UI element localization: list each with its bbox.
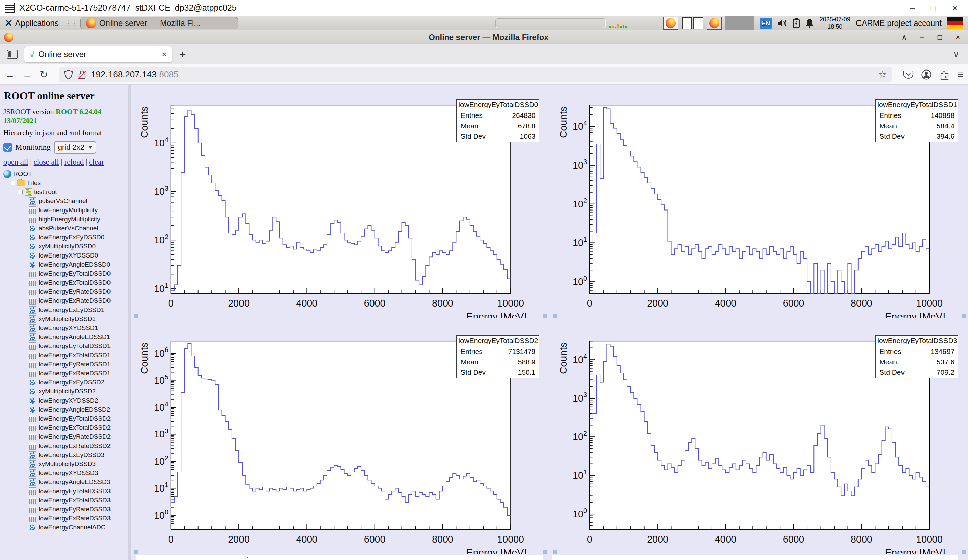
firefox-launcher[interactable] [663, 17, 678, 30]
maximize-icon[interactable]: □ [938, 33, 942, 41]
tree-item-histogram[interactable]: lowEnergyEyRateDSSD0 [24, 287, 128, 296]
tree-item-histogram[interactable]: lowEnergyExEyDSSD0 [24, 233, 128, 242]
tree-item-histogram[interactable]: lowEnergyExTotalDSSD1 [24, 351, 128, 360]
applications-menu-button[interactable]: ✕ Applications [2, 16, 61, 30]
tree-item-histogram[interactable]: lowEnergyEyTotalDSSD2 [24, 414, 128, 423]
resize-handle[interactable] [134, 313, 138, 318]
tree-item-histogram[interactable]: lowEnergyExEyDSSD1 [24, 305, 128, 314]
tree-item-histogram[interactable]: lowEnergyMultiplicity [24, 205, 128, 215]
clear-link[interactable]: clear [89, 158, 104, 166]
tree-node-test-root[interactable]: test.root [3, 187, 128, 196]
tree-item-histogram[interactable]: highEnergyMultiplicity [24, 215, 128, 224]
stats-box[interactable]: lowEnergyEyTotalDSSD1 Entries140898 Mean… [875, 99, 958, 142]
tree-item-histogram[interactable]: absPulserVsChannel [24, 224, 128, 233]
jsroot-link[interactable]: JSROOT [3, 108, 30, 116]
tree-node-files[interactable]: Files [3, 178, 128, 187]
resize-handle[interactable] [961, 550, 966, 554]
tree-item-histogram[interactable]: lowEnergyExTotalDSSD0 [24, 278, 128, 287]
shade-icon[interactable]: ∧ [901, 33, 907, 41]
tree-item-histogram[interactable]: lowEnergyExTotalDSSD2 [24, 423, 128, 432]
list-all-tabs-icon[interactable]: ∨ [953, 49, 965, 60]
collapse-icon[interactable] [11, 181, 15, 185]
tree-item-histogram[interactable]: lowEnergyXYDSSD1 [24, 323, 128, 332]
tree-item-histogram[interactable]: xyMultiplicityDSSD0 [24, 242, 128, 251]
url-bar[interactable]: 192.168.207.143:8085 ☆ [59, 67, 892, 82]
tree-item-histogram[interactable]: lowEnergyExTotalDSSD3 [24, 495, 128, 505]
close-icon[interactable]: × [952, 4, 957, 12]
firefox-view-icon[interactable] [7, 50, 18, 59]
resize-handle[interactable] [543, 313, 547, 318]
open-all-link[interactable]: open all [3, 158, 28, 166]
tree-node-root[interactable]: ROOT [3, 169, 128, 178]
tree-item-histogram[interactable]: lowEnergyXYDSSD3 [24, 468, 128, 477]
tree-item-histogram[interactable]: xyMultiplicityDSSD1 [24, 314, 128, 323]
reload-link[interactable]: reload [65, 158, 84, 166]
taskbar-clock[interactable]: 2025-07-09 18:50 [820, 16, 850, 30]
monitoring-checkbox[interactable] [3, 143, 12, 152]
menu-icon[interactable]: ≡ [957, 70, 963, 80]
keyboard-layout-icon[interactable]: EN [760, 18, 772, 28]
speaker-icon[interactable] [777, 18, 787, 28]
tab-online-server[interactable]: √ Online server × [24, 46, 172, 63]
sidebar-divider[interactable] [128, 84, 131, 560]
close-all-link[interactable]: close all [33, 158, 59, 166]
reload-button[interactable]: ↻ [40, 70, 48, 80]
tree-item-histogram[interactable]: lowEnergyEyRateDSSD1 [24, 360, 128, 369]
resize-handle[interactable] [961, 313, 966, 318]
resize-handle[interactable] [552, 313, 557, 318]
tree-item-histogram[interactable]: lowEnergyExRateDSSD0 [24, 296, 128, 305]
workspace-switcher[interactable] [682, 17, 703, 29]
tree-item-histogram[interactable]: pulserVsChannel [24, 196, 128, 205]
tree-item-histogram[interactable]: xyMultiplicityDSSD3 [24, 459, 128, 468]
close-icon[interactable]: × [956, 33, 960, 41]
json-link[interactable]: json [42, 128, 55, 137]
tree-item-histogram[interactable]: lowEnergyAngleEDSSD0 [24, 260, 128, 269]
battery-icon[interactable] [793, 18, 800, 28]
collapse-icon[interactable] [18, 190, 23, 194]
tree-item-histogram[interactable]: lowEnergyXYDSSD0 [24, 251, 128, 260]
tree-item-histogram[interactable]: xyMultiplicityDSSD2 [24, 387, 128, 396]
tree-item-histogram[interactable]: lowEnergyXYDSSD2 [24, 396, 128, 405]
tree-item-histogram[interactable]: lowEnergyExRateDSSD3 [24, 514, 128, 523]
tree-item-histogram[interactable]: lowEnergyChannelADC [24, 523, 128, 532]
resize-handle[interactable] [543, 550, 547, 554]
back-button[interactable]: ← [5, 70, 15, 80]
pocket-icon[interactable] [903, 70, 913, 80]
tree-item-histogram[interactable]: lowEnergyAngleEDSSD2 [24, 405, 128, 414]
extensions-puzzle-icon[interactable] [939, 69, 950, 80]
tree-item-histogram[interactable]: lowEnergyExRateDSSD2 [24, 441, 128, 450]
tree-item-histogram[interactable]: lowEnergyExEyDSSD2 [24, 378, 128, 387]
bookmark-star-icon[interactable]: ☆ [878, 69, 887, 80]
tree-item-histogram[interactable]: lowEnergyAngleEDSSD3 [24, 477, 128, 487]
firefox-launcher-active[interactable] [707, 17, 722, 30]
layout-select[interactable]: grid 2x2 [54, 141, 96, 154]
account-icon[interactable] [921, 69, 932, 80]
taskbar-window-button[interactable]: Online server — Mozilla Fi... [80, 17, 238, 29]
stats-box[interactable]: lowEnergyEyTotalDSSD0 Entries264830 Mean… [456, 99, 539, 142]
plot-canvas[interactable]: 0200040006000800010000100101102103104Cou… [552, 322, 967, 554]
plot-canvas[interactable]: 0200040006000800010000100101102103104105… [133, 322, 548, 554]
maximize-icon[interactable]: □ [931, 4, 936, 12]
stats-box[interactable]: lowEnergyEyTotalDSSD2 Entries7131479 Mea… [456, 335, 539, 378]
xml-link[interactable]: xml [69, 128, 81, 137]
tree-item-histogram[interactable]: lowEnergyEyTotalDSSD0 [24, 269, 128, 278]
tree-item-histogram[interactable]: lowEnergyEyTotalDSSD3 [24, 487, 128, 495]
plot-canvas[interactable]: 0200040006000800010000101102103104Counts… [133, 86, 548, 318]
tab-close-icon[interactable]: × [162, 49, 167, 60]
tree-item-histogram[interactable]: lowEnergyAngleEDSSD1 [24, 332, 128, 341]
new-tab-button[interactable]: + [175, 48, 191, 61]
shield-icon[interactable] [64, 70, 73, 80]
forward-button[interactable]: → [22, 70, 32, 80]
stats-box[interactable]: lowEnergyEyTotalDSSD3 Entries134697 Mean… [875, 335, 958, 378]
url-text[interactable]: 192.168.207.143:8085 [91, 69, 874, 80]
tree-item-histogram[interactable]: lowEnergyEyRateDSSD3 [24, 505, 128, 514]
resize-handle[interactable] [552, 550, 557, 554]
tree-item-histogram[interactable]: lowEnergyExEyDSSD3 [24, 450, 128, 459]
bell-icon[interactable] [806, 18, 814, 28]
insecure-lock-icon[interactable] [78, 70, 86, 80]
tree-item-histogram[interactable]: lowEnergyEyTotalDSSD1 [24, 341, 128, 351]
german-flag-icon[interactable] [947, 17, 963, 29]
plot-canvas[interactable]: 0200040006000800010000100101102103104Cou… [552, 86, 967, 318]
resize-handle[interactable] [134, 550, 138, 554]
tree-item-histogram[interactable]: lowEnergyExRateDSSD1 [24, 369, 128, 378]
